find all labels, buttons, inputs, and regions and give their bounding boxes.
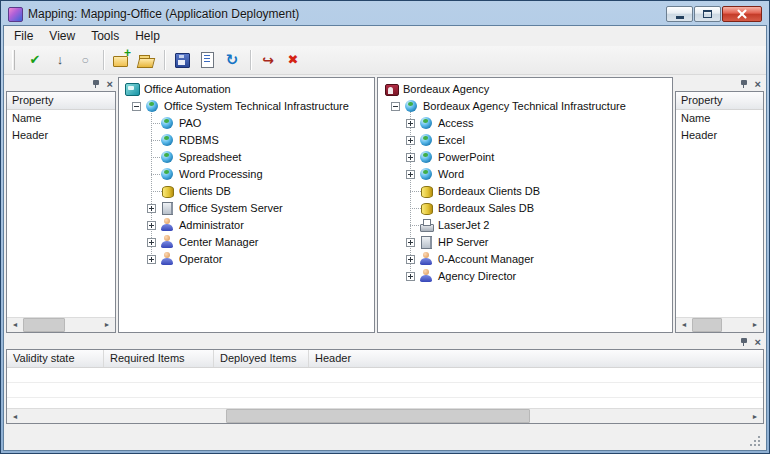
expander-plus-icon[interactable] <box>147 204 156 213</box>
expander-plus-icon[interactable] <box>406 255 415 264</box>
menu-view[interactable]: View <box>41 27 83 45</box>
scroll-right-arrow[interactable]: ► <box>747 318 763 332</box>
toolbar-grip[interactable] <box>12 50 15 70</box>
maximize-button[interactable] <box>694 6 721 22</box>
new-mapping-button[interactable] <box>109 49 133 71</box>
horizontal-scrollbar: ◄ ► <box>7 408 763 423</box>
tree-item[interactable]: PAO <box>121 115 374 132</box>
scroll-left-arrow[interactable]: ◄ <box>676 318 692 332</box>
refresh-button[interactable]: ↻ <box>220 49 244 71</box>
expander-minus-icon[interactable] <box>391 102 400 111</box>
tree-item[interactable]: RDBMS <box>121 132 374 149</box>
tree-connector <box>147 136 156 145</box>
expander-plus-icon[interactable] <box>406 238 415 247</box>
tree-item[interactable]: Bordeaux Clients DB <box>380 183 672 200</box>
tree-item[interactable]: Bordeaux Agency <box>380 81 672 98</box>
scroll-right-arrow[interactable]: ► <box>99 318 115 332</box>
tree-item[interactable]: Agency Director <box>380 268 672 285</box>
component-icon <box>418 167 434 181</box>
open-mapping-button[interactable] <box>134 49 158 71</box>
scroll-left-arrow[interactable]: ◄ <box>7 409 23 423</box>
resize-grip-icon[interactable] <box>748 434 760 446</box>
simulate-icon: ○ <box>81 54 88 66</box>
verify-button[interactable]: ↓ <box>48 49 72 71</box>
report-button[interactable] <box>195 49 219 71</box>
expander-plus-icon[interactable] <box>406 153 415 162</box>
agency-tree: Bordeaux Agency Bordeaux Agency Technica… <box>378 78 672 332</box>
scroll-track[interactable] <box>23 409 747 423</box>
tree-item[interactable]: Office System Technical Infrastructure <box>121 98 374 115</box>
validate-button[interactable]: ✔ <box>23 49 47 71</box>
tree-item[interactable]: Office System Server <box>121 200 374 217</box>
minimize-button[interactable] <box>666 6 693 22</box>
expander-plus-icon[interactable] <box>147 255 156 264</box>
panel-close-button[interactable]: × <box>755 79 761 89</box>
scroll-right-arrow[interactable]: ► <box>747 409 763 423</box>
tree-item[interactable]: PowerPoint <box>380 149 672 166</box>
window-title: Mapping: Mapping-Office (Application Dep… <box>28 7 661 21</box>
tree-item[interactable]: HP Server <box>380 234 672 251</box>
menu-tools[interactable]: Tools <box>83 27 127 45</box>
close-icon <box>736 9 748 19</box>
expander-plus-icon[interactable] <box>147 238 156 247</box>
tree-item[interactable]: Word Processing <box>121 166 374 183</box>
close-button[interactable] <box>722 6 762 22</box>
expander-plus-icon[interactable] <box>147 221 156 230</box>
server-icon <box>418 235 434 249</box>
left-property-caption: × <box>6 77 116 91</box>
component-icon <box>159 133 175 147</box>
bottom-panel: × Validity state Required Items Deployed… <box>4 335 766 450</box>
tree-item[interactable]: Spreadsheet <box>121 149 374 166</box>
tree-item[interactable]: Clients DB <box>121 183 374 200</box>
menu-bar: File View Tools Help <box>4 26 766 46</box>
bottom-panel-caption: × <box>6 335 764 349</box>
property-row-name[interactable]: Name <box>676 110 763 127</box>
tree-item[interactable]: Administrator <box>121 217 374 234</box>
expander-plus-icon[interactable] <box>406 272 415 281</box>
menu-file[interactable]: File <box>6 27 41 45</box>
property-row-header[interactable]: Header <box>7 127 115 144</box>
titlebar[interactable]: Mapping: Mapping-Office (Application Dep… <box>3 3 767 25</box>
column-required-items: Required Items <box>104 350 214 367</box>
panel-close-button[interactable]: × <box>107 79 113 89</box>
pin-icon[interactable] <box>92 79 101 89</box>
horizontal-scrollbar: ◄ ► <box>676 317 763 332</box>
scroll-thumb[interactable] <box>692 318 722 332</box>
tree-item[interactable]: Bordeaux Agency Technical Infrastructure <box>380 98 672 115</box>
expander-minus-icon[interactable] <box>132 102 141 111</box>
property-row-name[interactable]: Name <box>7 110 115 127</box>
tree-connector <box>147 119 156 128</box>
expander-plus-icon[interactable] <box>406 119 415 128</box>
tree-item[interactable]: Bordeaux Sales DB <box>380 200 672 217</box>
save-button[interactable] <box>170 49 194 71</box>
tree-item[interactable]: Operator <box>121 251 374 268</box>
person-icon <box>418 252 434 266</box>
tree-item[interactable]: Word <box>380 166 672 183</box>
menu-help[interactable]: Help <box>127 27 168 45</box>
tree-item[interactable]: 0-Account Manager <box>380 251 672 268</box>
pin-icon[interactable] <box>740 337 749 347</box>
scroll-track[interactable] <box>23 318 99 332</box>
expander-plus-icon[interactable] <box>406 136 415 145</box>
tree-item[interactable]: Center Manager <box>121 234 374 251</box>
table-row[interactable] <box>7 368 763 383</box>
expander-plus-icon[interactable] <box>406 170 415 179</box>
tree-item[interactable]: LaserJet 2 <box>380 217 672 234</box>
table-row[interactable] <box>7 383 763 398</box>
delete-link-button[interactable]: ✖ <box>281 49 305 71</box>
scroll-thumb[interactable] <box>226 409 530 423</box>
map-link-button[interactable]: ↪ <box>256 49 280 71</box>
scroll-track[interactable] <box>692 318 747 332</box>
tree-item[interactable]: Excel <box>380 132 672 149</box>
scroll-thumb[interactable] <box>23 318 65 332</box>
simulate-button[interactable]: ○ <box>73 49 97 71</box>
office-tree: Office Automation Office System Technica… <box>119 78 374 332</box>
maximize-icon <box>703 10 712 18</box>
tree-item[interactable]: Office Automation <box>121 81 374 98</box>
tree-item[interactable]: Access <box>380 115 672 132</box>
panel-close-button[interactable]: × <box>755 337 761 347</box>
property-row-header[interactable]: Header <box>676 127 763 144</box>
person-icon <box>418 269 434 283</box>
pin-icon[interactable] <box>740 79 749 89</box>
scroll-left-arrow[interactable]: ◄ <box>7 318 23 332</box>
